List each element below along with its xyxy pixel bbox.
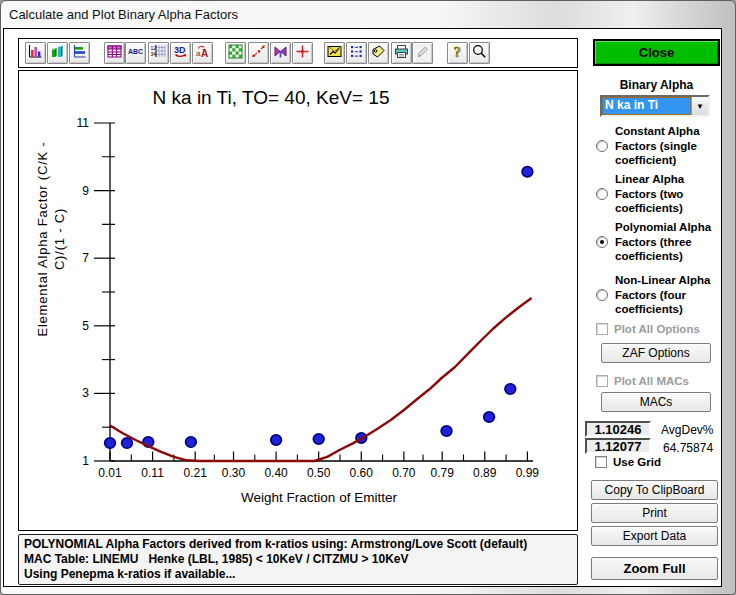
- svg-text:12: 12: [151, 45, 157, 51]
- toolbar-chart-type-button[interactable]: [270, 42, 291, 64]
- data-table-icon: [106, 43, 123, 63]
- svg-text:0.11: 0.11: [141, 466, 164, 480]
- status-line-3: Using Penepma k-ratios if available...: [24, 567, 572, 582]
- svg-text:34: 34: [151, 51, 157, 57]
- print-button[interactable]: Print: [591, 503, 718, 523]
- coefficient-value-2: 1.12077: [585, 438, 651, 454]
- toolbar-export-image-button[interactable]: [324, 42, 345, 64]
- radio-button-polynomial[interactable]: [596, 236, 608, 248]
- radio-button-nonlinear[interactable]: [596, 289, 608, 301]
- plot-all-macs-row: Plot All MACs: [596, 375, 689, 387]
- radio-option-polynomial-alpha-factors[interactable]: Polynomial AlphaFactors (threecoefficien…: [596, 220, 711, 264]
- radio-label-linear: Linear AlphaFactors (twocoefficients): [615, 172, 684, 216]
- svg-text:5: 5: [82, 319, 89, 333]
- plot-all-macs-checkbox[interactable]: [596, 375, 608, 387]
- window-title: Calculate and Plot Binary Alpha Factors: [9, 7, 238, 22]
- toolbar-point-symbols-button[interactable]: [248, 42, 269, 64]
- toolbar-crosshair-cursor-button[interactable]: [292, 42, 313, 64]
- toolbar-label-tag-button[interactable]: [368, 42, 389, 64]
- toolbar-text-labels-button[interactable]: ABC: [125, 42, 146, 64]
- chart-canvas: N ka in Ti, TO= 40, KeV= 15Elemental Alp…: [19, 71, 577, 530]
- axis-grid-icon: 1234: [150, 43, 167, 63]
- radio-label-constant: Constant AlphaFactors (singlecoefficient…: [615, 124, 700, 168]
- use-grid-label: Use Grid: [613, 456, 661, 468]
- radio-label-nonlinear: Non-Linear AlphaFactors (fourcoefficient…: [615, 273, 710, 317]
- y-axis-label: Elemental Alpha Factor (C/K -C)/(1 - C): [35, 141, 67, 336]
- macs-button[interactable]: MACs: [601, 392, 711, 412]
- alpha-factor-chart: N ka in Ti, TO= 40, KeV= 15Elemental Alp…: [18, 70, 578, 531]
- radio-button-constant[interactable]: [596, 140, 608, 152]
- radio-option-linear-alpha-factors[interactable]: Linear AlphaFactors (twocoefficients): [596, 172, 684, 216]
- y-axis-ticks: 1357911: [77, 116, 115, 468]
- svg-text:7: 7: [82, 251, 89, 265]
- 3d-rotation-icon: 3D: [172, 43, 189, 63]
- crosshair-cursor-icon: [294, 43, 311, 63]
- svg-text:Elemental Alpha Factor (C/K -: Elemental Alpha Factor (C/K -: [35, 141, 50, 336]
- svg-text:0.30: 0.30: [222, 466, 246, 480]
- svg-text:3D: 3D: [174, 45, 186, 55]
- svg-text:0.40: 0.40: [264, 466, 288, 480]
- toolbar-pattern-fill-button[interactable]: [225, 42, 246, 64]
- toolbar-rotate-font-button[interactable]: aA: [192, 42, 213, 64]
- plot-all-options-checkbox[interactable]: [596, 323, 608, 335]
- use-grid-checkbox[interactable]: [595, 456, 607, 468]
- export-data-button[interactable]: Export Data: [591, 526, 718, 546]
- point-symbols-icon: [250, 43, 267, 63]
- data-point: [186, 437, 197, 447]
- toolbar-3d-rotation-button[interactable]: 3D: [170, 42, 191, 64]
- coefficient-value-1: 1.10246: [585, 421, 651, 437]
- status-line-2: MAC Table: LINEMU Henke (LBL, 1985) < 10…: [24, 552, 572, 567]
- toolbar-axis-grid-button[interactable]: 1234: [148, 42, 169, 64]
- svg-text:ABC: ABC: [128, 48, 143, 55]
- toolbar-print-chart-button[interactable]: [391, 42, 412, 64]
- toolbar-data-table-button[interactable]: [104, 42, 125, 64]
- plot-all-options-label: Plot All Options: [614, 323, 700, 335]
- avgdev-value: 64.75874: [663, 441, 713, 455]
- zoom-full-button[interactable]: Zoom Full: [591, 557, 718, 580]
- dialog-window: Calculate and Plot Binary Alpha Factors …: [0, 0, 736, 595]
- data-point: [441, 426, 452, 436]
- data-point: [505, 384, 516, 394]
- radio-option-constant-alpha-factors[interactable]: Constant AlphaFactors (singlecoefficient…: [596, 124, 700, 168]
- data-point: [484, 412, 495, 422]
- svg-text:9: 9: [82, 184, 89, 198]
- text-labels-icon: ABC: [127, 43, 144, 63]
- toolbar-horizontal-bar-chart-button[interactable]: [69, 42, 90, 64]
- data-point: [105, 438, 116, 448]
- status-line-1: POLYNOMIAL Alpha Factors derived from k-…: [24, 537, 572, 552]
- svg-text:0.21: 0.21: [184, 466, 208, 480]
- data-point: [122, 438, 133, 448]
- data-list-icon: [348, 43, 365, 63]
- svg-text:0.50: 0.50: [307, 466, 331, 480]
- toolbar-data-list-button[interactable]: [346, 42, 367, 64]
- data-point: [313, 434, 324, 444]
- zoom-magnifier-icon: [471, 43, 488, 63]
- toolbar-zoom-magnifier-button[interactable]: [469, 42, 490, 64]
- alpha-factor-type-radio-group: Constant AlphaFactors (singlecoefficient…: [596, 29, 723, 329]
- svg-text:?: ?: [454, 45, 461, 60]
- svg-text:0.70: 0.70: [392, 466, 416, 480]
- svg-text:A: A: [201, 48, 208, 59]
- svg-text:3: 3: [82, 386, 89, 400]
- avgdev-label: AvgDev%: [661, 423, 713, 437]
- copy-to-clipboard-button[interactable]: Copy To ClipBoard: [591, 480, 718, 500]
- horizontal-bar-chart-icon: [71, 43, 88, 63]
- radio-option-nonlinear-alpha-factors[interactable]: Non-Linear AlphaFactors (fourcoefficient…: [596, 273, 710, 317]
- 3d-bar-chart-icon: [49, 43, 66, 63]
- radio-button-linear[interactable]: [596, 188, 608, 200]
- svg-text:0.89: 0.89: [473, 466, 497, 480]
- chart-type-icon: [272, 43, 289, 63]
- zaf-options-button[interactable]: ZAF Options: [601, 343, 711, 363]
- window-titlebar[interactable]: Calculate and Plot Binary Alpha Factors: [1, 1, 735, 28]
- toolbar-3d-bar-chart-button[interactable]: [47, 42, 68, 64]
- data-points: [105, 167, 533, 449]
- toolbar-vertical-bar-chart-button[interactable]: [25, 42, 46, 64]
- svg-text:N ka in Ti, TO= 40, KeV= 15: N ka in Ti, TO= 40, KeV= 15: [153, 87, 390, 108]
- dialog-body: ABC12343DaA? N ka in Ti, TO= 40, KeV= 15…: [3, 28, 722, 587]
- toolbar-help-button[interactable]: ?: [447, 42, 468, 64]
- svg-text:1: 1: [82, 454, 89, 468]
- vertical-bar-chart-icon: [27, 43, 44, 63]
- x-axis-ticks: 0.010.110.210.300.400.500.600.700.790.89…: [98, 452, 539, 481]
- plot-all-macs-label: Plot All MACs: [614, 375, 689, 387]
- x-axis-label: Weight Fraction of Emitter: [241, 490, 397, 505]
